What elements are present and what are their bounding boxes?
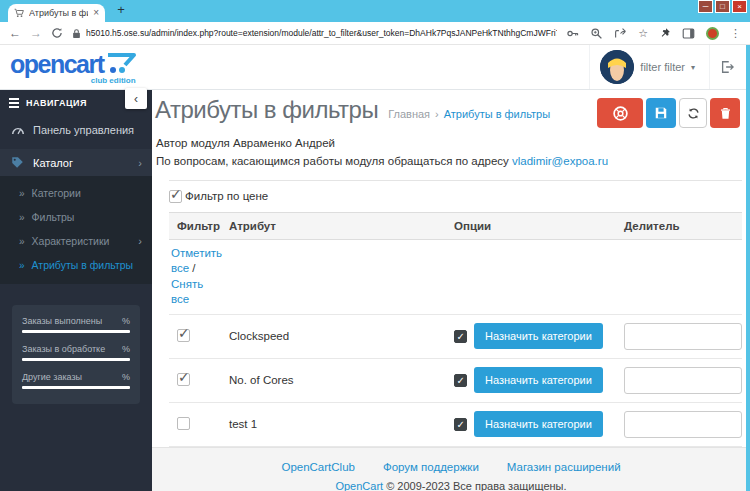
page-footer: OpenCartClub Форум поддержки Магазин рас… (152, 447, 750, 491)
table-row: ✓ Clockspeed ✓ Назначить категории (169, 314, 742, 358)
options-checkbox[interactable]: ✓ (454, 374, 467, 387)
divider-input[interactable] (624, 411, 742, 438)
options-checkbox[interactable]: ✓ (454, 330, 467, 343)
footer-opencart-link[interactable]: OpenCart (335, 480, 383, 491)
assign-categories-button[interactable]: Назначить категории (474, 367, 603, 393)
divider-input[interactable] (624, 323, 742, 350)
sidebar-item-dashboard[interactable]: Панель управления (0, 116, 152, 143)
sidebar-item-attr-to-filter[interactable]: » Атрибуты в фильтры (0, 253, 152, 277)
breadcrumb-home-link[interactable]: Главная (388, 108, 430, 120)
logout-button[interactable] (710, 60, 744, 74)
save-button[interactable] (646, 98, 676, 128)
double-chevron-icon: » (19, 212, 25, 223)
app-header: opencart club edition filter filter ▾ (0, 45, 750, 90)
divider-input[interactable] (624, 367, 742, 394)
page-header: Атрибуты в фильтры Главная › Атрибуты в … (154, 96, 744, 128)
breadcrumb: Главная › Атрибуты в фильтры (388, 108, 550, 120)
sidebar-item-label: Атрибуты в фильтры (32, 259, 134, 271)
window-controls: ─ □ × (698, 0, 747, 13)
assign-categories-button[interactable]: Назначить категории (474, 323, 603, 349)
logo-cart-icon (106, 52, 140, 76)
double-chevron-icon: » (19, 236, 25, 247)
sidebar-item-filters[interactable]: » Фильтры (0, 205, 152, 229)
footer-link-store[interactable]: Магазин расширений (507, 461, 621, 473)
zoom-icon[interactable] (590, 27, 603, 40)
stat-label: Заказы в обработке (22, 344, 105, 354)
filter-checkbox[interactable]: ✓ (177, 417, 190, 430)
sidebar: НАВИГАЦИЯ ‹ Панель управления Каталог › (0, 90, 152, 491)
select-links: Отметить все / Снять все (171, 246, 217, 308)
breadcrumb-current-link[interactable]: Атрибуты в фильтры (444, 108, 550, 120)
sidebar-collapse-button[interactable]: ‹ (125, 88, 147, 109)
window-minimize-button[interactable]: ─ (698, 0, 713, 13)
stat-progress-bar (22, 330, 130, 333)
window-close-button[interactable]: × (732, 0, 747, 13)
extensions-pin-icon[interactable] (659, 27, 671, 39)
browser-profile-avatar[interactable] (706, 27, 719, 40)
assign-categories-button[interactable]: Назначить категории (474, 411, 603, 437)
header-user-area: filter filter ▾ (589, 45, 744, 89)
delete-button[interactable] (710, 98, 740, 128)
life-ring-icon (612, 105, 629, 122)
module-author-note: Автор модуля Авраменко Андрей По вопроса… (154, 135, 744, 171)
logo-subtitle: club edition (10, 76, 140, 85)
sidebar-header: НАВИГАЦИЯ ‹ (0, 90, 152, 116)
table-row: ✓ No. of Cores ✓ Назначить категории (169, 358, 742, 402)
main-content: Атрибуты в фильтры Главная › Атрибуты в … (152, 90, 750, 491)
browser-menu-dots-icon[interactable]: ⋮ (730, 27, 741, 40)
select-all-row: Отметить все / Снять все (169, 239, 742, 314)
share-icon[interactable] (614, 27, 627, 40)
menu-icon (9, 98, 19, 108)
author-line: Автор модуля Авраменко Андрей (156, 135, 744, 153)
attributes-table: Фильтр Атрибут Опции Делитель Отметить в (169, 212, 742, 447)
chevron-down-icon: ▾ (691, 63, 695, 72)
footer-link-opencartclub[interactable]: OpenCartClub (281, 461, 355, 473)
breadcrumb-separator: › (435, 108, 439, 120)
reload-icon[interactable] (51, 27, 63, 39)
lock-icon (72, 28, 81, 39)
filter-checkbox[interactable]: ✓ (177, 329, 190, 342)
forward-icon[interactable]: → (30, 27, 42, 39)
page-actions (597, 96, 744, 128)
footer-link-forum[interactable]: Форум поддержки (383, 461, 479, 473)
double-chevron-icon: » (19, 188, 25, 199)
browser-titlebar: Атрибуты в фильтры × + ∨ ─ □ × (0, 0, 750, 22)
sidebar-nav: Панель управления Каталог › » Категории (0, 116, 152, 284)
sidebar-item-attributes[interactable]: » Характеристики › (0, 229, 152, 253)
select-all-link[interactable]: Отметить все (171, 247, 222, 275)
browser-tab[interactable]: Атрибуты в фильтры × (8, 4, 105, 22)
price-filter-checkbox[interactable]: ✓ (169, 190, 182, 203)
deselect-all-link[interactable]: Снять все (171, 278, 203, 306)
sidebar-item-label: Панель управления (33, 124, 134, 136)
filter-checkbox[interactable]: ✓ (177, 373, 190, 386)
bookmark-star-icon[interactable]: ☆ (638, 27, 648, 40)
attribute-name: No. of Cores (221, 358, 446, 402)
floppy-save-icon (654, 106, 668, 120)
back-icon[interactable]: ← (9, 27, 21, 39)
col-header-filter: Фильтр (169, 212, 221, 239)
stat-label: Другие заказы (22, 372, 82, 382)
window-frame-border (746, 45, 750, 491)
refresh-button[interactable] (679, 98, 707, 128)
user-menu-button[interactable]: filter filter ▾ (589, 45, 710, 89)
sidebar-item-catalog[interactable]: Каталог › (0, 149, 152, 176)
address-bar[interactable]: h5010.h5.ose.su/admin/index.php?route=ex… (72, 28, 557, 39)
sidebar-item-label: Категории (32, 187, 81, 199)
help-button[interactable] (597, 98, 643, 128)
attribute-name: Clockspeed (221, 314, 446, 358)
footer-links: OpenCartClub Форум поддержки Магазин рас… (152, 461, 750, 473)
new-tab-button[interactable]: + (113, 2, 129, 18)
sidebar-item-categories[interactable]: » Категории (0, 181, 152, 205)
author-email-link[interactable]: vladimir@expoa.ru (512, 155, 608, 167)
tab-close-icon[interactable]: × (93, 8, 99, 18)
chevron-right-icon: › (138, 157, 142, 169)
favicon-cart-icon (14, 8, 24, 18)
opencart-logo[interactable]: opencart club edition (10, 52, 140, 85)
stat-value: % (122, 372, 130, 382)
tab-title: Атрибуты в фильтры (29, 8, 88, 18)
key-icon[interactable] (566, 27, 579, 40)
sidebar-title: НАВИГАЦИЯ (26, 98, 87, 108)
window-maximize-button[interactable]: □ (715, 0, 730, 13)
side-panel-icon[interactable] (682, 27, 695, 40)
options-checkbox[interactable]: ✓ (454, 418, 467, 431)
